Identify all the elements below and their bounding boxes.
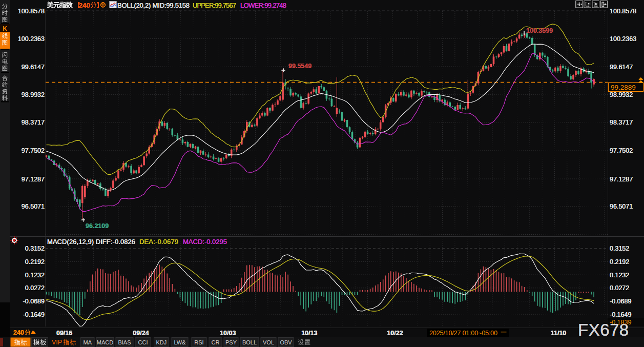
svg-text:-0.1649: -0.1649 xyxy=(610,311,631,318)
svg-text:10/13: 10/13 xyxy=(301,330,317,337)
svg-text:98.3717: 98.3717 xyxy=(610,119,633,126)
svg-text:99.6147: 99.6147 xyxy=(610,64,633,71)
svg-text:DEA:-0.0679: DEA:-0.0679 xyxy=(139,238,178,246)
svg-text:KDJ: KDJ xyxy=(156,339,167,345)
svg-text:100.2363: 100.2363 xyxy=(610,35,636,43)
svg-text:OBV: OBV xyxy=(280,339,292,345)
svg-text:MACD: MACD xyxy=(97,339,113,345)
svg-text:09/16: 09/16 xyxy=(56,330,72,337)
svg-text:0.1232: 0.1232 xyxy=(610,272,629,279)
svg-text:10/03: 10/03 xyxy=(220,330,236,337)
svg-text:97.1287: 97.1287 xyxy=(610,176,633,183)
svg-text:0.3152: 0.3152 xyxy=(610,245,629,252)
svg-text:MACD:-0.0295: MACD:-0.0295 xyxy=(183,238,227,246)
svg-text:MACD(26,12,9) DIFF:-0.0826: MACD(26,12,9) DIFF:-0.0826 xyxy=(47,238,135,246)
svg-text:CR: CR xyxy=(212,339,220,345)
svg-text:-0.0689: -0.0689 xyxy=(23,298,45,305)
svg-text:100.8578: 100.8578 xyxy=(610,8,636,15)
svg-text:97.7502: 97.7502 xyxy=(22,147,45,154)
svg-text:240: 240 xyxy=(79,2,91,9)
svg-text:98.9932: 98.9932 xyxy=(22,91,45,98)
svg-text:0.2192: 0.2192 xyxy=(25,258,45,266)
svg-text:97.1287: 97.1287 xyxy=(22,176,45,183)
svg-text:PSY: PSY xyxy=(225,339,237,345)
svg-text:BOLL(20,2) MID:99.5158: BOLL(20,2) MID:99.5158 xyxy=(117,2,190,9)
svg-text:VOL: VOL xyxy=(263,339,274,345)
svg-text:0.0272: 0.0272 xyxy=(25,284,45,292)
svg-text:FX678: FX678 xyxy=(578,320,629,339)
svg-text:UPPER:99.7567: UPPER:99.7567 xyxy=(193,2,236,9)
svg-text:98.3717: 98.3717 xyxy=(22,119,45,126)
svg-text:-0.0689: -0.0689 xyxy=(610,298,631,305)
svg-text:0.1232: 0.1232 xyxy=(25,272,45,279)
svg-text:2025/10/27 01:00~05:00: 2025/10/27 01:00~05:00 xyxy=(429,329,497,337)
svg-text:RSI: RSI xyxy=(194,339,203,345)
svg-text:99.2889: 99.2889 xyxy=(611,84,636,91)
svg-text:10/22: 10/22 xyxy=(387,330,403,337)
svg-text:96.5071: 96.5071 xyxy=(22,203,45,210)
svg-text:CCI: CCI xyxy=(138,339,148,345)
svg-text:99.5549: 99.5549 xyxy=(288,63,311,70)
svg-text:09/24: 09/24 xyxy=(133,330,149,337)
svg-text:100.3599: 100.3599 xyxy=(526,27,553,34)
svg-text:-0.1649: -0.1649 xyxy=(23,311,45,318)
svg-text:LW&: LW& xyxy=(174,339,186,345)
svg-text:K: K xyxy=(3,25,7,32)
svg-text:98.9932: 98.9932 xyxy=(610,91,633,98)
svg-text:11/10: 11/10 xyxy=(551,330,567,337)
svg-text:0.0272: 0.0272 xyxy=(610,284,629,292)
svg-text:0.2192: 0.2192 xyxy=(610,258,629,266)
svg-text:99.6147: 99.6147 xyxy=(22,64,45,71)
svg-text:96.2109: 96.2109 xyxy=(86,222,109,230)
svg-text:96.5071: 96.5071 xyxy=(610,203,633,210)
svg-text:0.3152: 0.3152 xyxy=(25,245,45,252)
svg-text:BOLL: BOLL xyxy=(242,339,257,345)
svg-text:BIAS: BIAS xyxy=(118,339,131,345)
svg-text:97.7502: 97.7502 xyxy=(610,147,633,154)
svg-text:MA: MA xyxy=(84,339,92,345)
svg-text:100.2363: 100.2363 xyxy=(18,35,45,43)
svg-text:100.8578: 100.8578 xyxy=(18,8,45,15)
svg-text:VIP: VIP xyxy=(52,339,62,346)
svg-text:240: 240 xyxy=(13,329,24,336)
svg-text:LOWER:99.2748: LOWER:99.2748 xyxy=(240,2,286,9)
